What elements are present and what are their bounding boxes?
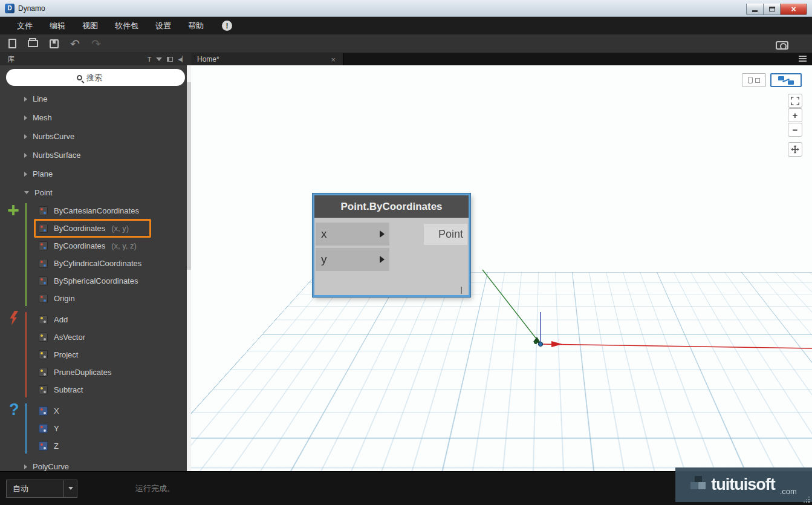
library-item-label: Point bbox=[34, 188, 53, 197]
library-item-label: Y bbox=[54, 424, 59, 433]
layout-panes-icon[interactable] bbox=[167, 57, 173, 62]
library-item-polycurve[interactable]: PolyCurve bbox=[0, 457, 191, 471]
point-query-group: X Y Z bbox=[0, 402, 191, 455]
library-item-pruneduplicates[interactable]: PruneDuplicates bbox=[0, 363, 191, 381]
library-item-bycoordinates-xy[interactable]: ByCoordinates (x, y) bbox=[0, 220, 191, 237]
title-bar[interactable]: D Dynamo × bbox=[0, 0, 812, 17]
node-type-icon bbox=[39, 206, 48, 215]
library-item-plane[interactable]: Plane bbox=[0, 165, 191, 183]
library-item-mesh[interactable]: Mesh bbox=[0, 108, 191, 127]
search-input[interactable] bbox=[86, 73, 114, 82]
node-title[interactable]: Point.ByCoordinates bbox=[314, 195, 469, 218]
chevron-right-icon bbox=[24, 172, 27, 177]
save-button[interactable] bbox=[50, 36, 59, 51]
text-filter-icon[interactable]: T bbox=[148, 56, 151, 63]
menu-item-view[interactable]: 视图 bbox=[74, 17, 106, 35]
zoom-fit-button[interactable] bbox=[788, 94, 802, 108]
node-type-icon bbox=[39, 224, 48, 233]
library-item-x[interactable]: X bbox=[0, 402, 191, 420]
workspace-canvas[interactable]: Point.ByCoordinates x y Point | bbox=[191, 65, 812, 471]
redo-button[interactable]: ↷ bbox=[91, 36, 101, 51]
node-type-icon bbox=[39, 385, 48, 394]
library-item-project[interactable]: Project bbox=[0, 346, 191, 363]
menu-item-edit[interactable]: 编辑 bbox=[41, 17, 74, 35]
query-group-icon: ? bbox=[9, 402, 19, 418]
save-icon bbox=[50, 39, 59, 48]
pan-icon bbox=[791, 145, 799, 154]
tab-home[interactable]: Home* × bbox=[191, 53, 343, 65]
maximize-button[interactable] bbox=[763, 4, 781, 15]
library-item-label: ByCoordinates bbox=[54, 224, 105, 233]
library-item-label: Subtract bbox=[54, 385, 83, 394]
undo-icon: ↶ bbox=[70, 38, 80, 50]
graph-view-button[interactable] bbox=[770, 73, 802, 87]
library-scrollbar[interactable] bbox=[187, 65, 191, 471]
notification-icon[interactable]: ! bbox=[222, 21, 232, 31]
input-port-x[interactable]: x bbox=[316, 223, 389, 246]
collapse-panel-icon[interactable]: ◀▏ bbox=[178, 56, 186, 62]
lacing-indicator[interactable]: | bbox=[461, 285, 463, 294]
menu-item-file[interactable]: 文件 bbox=[8, 17, 41, 35]
chevron-down-icon bbox=[24, 191, 29, 194]
undo-button[interactable]: ↶ bbox=[70, 36, 80, 51]
library-item-label: X bbox=[54, 406, 59, 415]
scrollbar-thumb[interactable] bbox=[187, 82, 191, 270]
library-item-asvector[interactable]: AsVector bbox=[0, 328, 191, 346]
output-port-point[interactable]: Point bbox=[424, 224, 467, 245]
menu-item-help[interactable]: 帮助 bbox=[180, 17, 212, 35]
node-point-bycoordinates[interactable]: Point.ByCoordinates x y Point | bbox=[313, 194, 470, 297]
node-type-icon bbox=[39, 441, 48, 451]
resize-grip[interactable] bbox=[808, 501, 810, 503]
library-item-label: ByCoordinates bbox=[54, 241, 105, 250]
library-item-origin[interactable]: Origin bbox=[0, 290, 191, 307]
camera-icon bbox=[776, 41, 788, 50]
create-group-icon: + bbox=[7, 200, 19, 220]
zoom-out-button[interactable]: − bbox=[788, 123, 802, 137]
menu-item-packages[interactable]: 软件包 bbox=[106, 17, 147, 35]
run-status-message: 运行完成。 bbox=[135, 483, 175, 494]
open-file-button[interactable] bbox=[28, 36, 38, 51]
library-item-bycartesiancoordinates[interactable]: ByCartesianCoordinates bbox=[0, 202, 191, 220]
filter-funnel-icon[interactable] bbox=[156, 57, 162, 61]
pan-button[interactable] bbox=[788, 142, 802, 157]
library-item-label: Mesh bbox=[33, 113, 52, 122]
node-graph-icon bbox=[778, 76, 794, 85]
library-item-label: AsVector bbox=[54, 333, 85, 342]
library-item-nurbscurve[interactable]: NurbsCurve bbox=[0, 127, 191, 146]
library-item-z[interactable]: Z bbox=[0, 437, 191, 455]
library-item-suffix: (x, y, z) bbox=[111, 241, 137, 250]
library-item-y[interactable]: Y bbox=[0, 420, 191, 437]
chevron-down-icon bbox=[68, 487, 73, 490]
zoom-in-button[interactable]: + bbox=[788, 108, 802, 122]
tool-bar: ↶ ↷ bbox=[0, 34, 812, 53]
geometry-view-button[interactable] bbox=[742, 73, 766, 87]
search-box[interactable] bbox=[6, 69, 185, 86]
library-tree: Line Mesh NurbsCurve NurbsSurface Plane bbox=[0, 90, 191, 471]
menu-item-settings[interactable]: 设置 bbox=[147, 17, 180, 35]
workspace-menu-icon[interactable] bbox=[799, 56, 807, 62]
new-file-button[interactable] bbox=[8, 36, 16, 51]
library-item-line[interactable]: Line bbox=[0, 90, 191, 108]
library-item-label: PolyCurve bbox=[33, 462, 69, 471]
search-icon bbox=[77, 75, 82, 80]
dropdown-arrow-box[interactable] bbox=[63, 480, 77, 497]
close-button[interactable]: × bbox=[780, 4, 807, 15]
run-mode-dropdown[interactable]: 自动 bbox=[6, 480, 77, 498]
tab-close-icon[interactable]: × bbox=[330, 55, 337, 64]
node-body: x y Point | bbox=[314, 218, 469, 295]
library-item-label: ByCartesianCoordinates bbox=[54, 206, 139, 215]
library-item-bycoordinates-xyz[interactable]: ByCoordinates (x, y, z) bbox=[0, 237, 191, 255]
library-item-bysphericalcoordinates[interactable]: BySphericalCoordinates bbox=[0, 272, 191, 290]
library-title: 库 bbox=[7, 54, 148, 65]
minimize-button[interactable] bbox=[746, 4, 764, 15]
input-port-y[interactable]: y bbox=[316, 248, 389, 271]
library-item-subtract[interactable]: Subtract bbox=[0, 381, 191, 399]
library-item-bycylindricalcoordinates[interactable]: ByCylindricalCoordinates bbox=[0, 255, 191, 272]
node-type-icon bbox=[39, 315, 48, 324]
library-item-nurbssurface[interactable]: NurbsSurface bbox=[0, 146, 191, 165]
library-item-point[interactable]: Point bbox=[0, 183, 191, 202]
library-item-label: Z bbox=[54, 441, 59, 451]
library-item-add[interactable]: Add bbox=[0, 311, 191, 328]
export-image-button[interactable] bbox=[776, 38, 788, 53]
library-item-label: Origin bbox=[54, 294, 75, 303]
